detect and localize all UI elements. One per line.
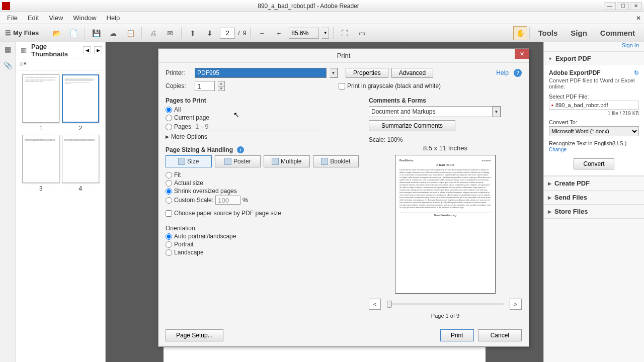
copies-input[interactable] [195,81,215,91]
actual-label: Actual size [174,179,203,187]
send-files-label: Send Files [554,194,587,201]
close-window-button[interactable]: ✕ [630,2,642,10]
close-doc-button[interactable]: ✕ [636,15,641,22]
grayscale-label: Print in grayscale (black and white) [347,82,441,89]
thumbnail-options-icon[interactable]: ≣▾ [19,60,29,68]
pages-range-input[interactable] [193,122,319,131]
sign-panel-button[interactable]: Sign [565,27,593,39]
export-pdf-accordion[interactable]: ▼Export PDF [544,51,644,65]
preview-slider[interactable] [387,303,504,305]
printer-select[interactable]: PDF995 [195,68,327,78]
convert-format-select[interactable]: Microsoft Word (*.docx) [549,126,639,136]
properties-button[interactable]: Properties [346,68,388,78]
print-button[interactable]: Print [440,329,474,341]
slider-thumb[interactable] [387,301,392,308]
spin-down-icon[interactable]: ▼ [218,86,224,91]
grayscale-checkbox[interactable]: Print in grayscale (black and white) [339,82,441,89]
thumbnail-1[interactable]: Lorem ipsum dolor sit amet consectetur a… [22,74,59,132]
size-button[interactable]: Size [166,155,212,167]
minimize-button[interactable]: — [604,2,616,10]
poster-button[interactable]: Poster [215,155,261,167]
page-down-icon[interactable]: ⬇ [203,26,217,40]
paper-source-checkbox[interactable]: Choose paper source by PDF page size [166,210,359,217]
hand-tool-icon[interactable]: ✋ [513,26,527,40]
zoom-value[interactable]: 85.6% [289,28,319,39]
dialog-close-button[interactable]: ✕ [515,49,529,59]
more-options-label: More Options [171,133,207,140]
open-icon[interactable]: 📂 [49,26,63,40]
shrink-radio[interactable]: Shrink oversized pages [166,188,359,195]
save-as-icon[interactable]: 📋 [123,26,137,40]
comments-forms-select[interactable]: Document and Markups [369,106,493,117]
preview-next-button[interactable]: > [510,299,522,310]
auto-label: Auto portrait/landscape [174,233,236,240]
summarize-comments-button[interactable]: Summarize Comments [369,120,455,131]
my-files-button[interactable]: ☰ My Files [3,29,41,37]
convert-button[interactable]: Convert [574,158,614,169]
send-files-accordion[interactable]: ▶Send Files [544,190,644,204]
chevron-right-icon: ▶ [548,195,551,200]
fit-radio[interactable]: Fit [166,171,359,178]
zoom-dropdown-icon[interactable]: ▼ [322,28,329,39]
menu-help[interactable]: Help [102,13,125,23]
all-pages-radio[interactable]: All [166,106,359,113]
maximize-button[interactable]: ☐ [617,2,629,10]
printer-dropdown-icon[interactable]: ▼ [330,68,338,78]
selected-file[interactable]: ▪890_a_bad_robot.pdf [549,101,639,110]
tools-panel-button[interactable]: Tools [532,27,564,39]
collapse-left-icon[interactable]: ◀ [83,46,91,54]
page-setup-button[interactable]: Page Setup... [166,329,223,341]
auto-orient-radio[interactable]: Auto portrait/landscape [166,233,359,240]
attachment-icon[interactable]: 📎 [3,60,13,70]
zoom-in-icon[interactable]: + [272,26,286,40]
cf-dropdown-icon[interactable]: ▼ [493,106,501,117]
spin-up-icon[interactable]: ▲ [218,81,224,86]
portrait-radio[interactable]: Portrait [166,241,359,248]
change-link[interactable]: Change [549,147,567,152]
more-options-toggle[interactable]: ▶More Options [166,133,359,140]
multiple-button[interactable]: Multiple [264,155,310,167]
thumbnails-icon[interactable]: ▤ [3,44,13,54]
fit-window-icon[interactable]: ⛶ [338,26,352,40]
cloud-icon[interactable]: ☁ [106,26,120,40]
booklet-button[interactable]: Booklet [313,155,359,167]
collapse-right-icon[interactable]: ▶ [94,46,102,54]
custom-scale-input[interactable] [215,196,240,205]
cancel-button[interactable]: Cancel [478,329,522,341]
thumbnail-3[interactable]: Lorem ipsum dolor sit amet consectetur a… [22,135,59,192]
info-icon[interactable]: i [237,146,244,153]
actual-size-radio[interactable]: Actual size [166,179,359,187]
landscape-radio[interactable]: Landscape [166,249,359,256]
help-link[interactable]: Help [496,69,509,76]
print-icon[interactable]: 🖨 [146,26,160,40]
sign-in-link[interactable]: Sign In [622,42,639,48]
save-icon[interactable]: 💾 [89,26,103,40]
pdf-file-icon: ▪ [551,102,553,108]
preview-prev-button[interactable]: < [369,299,381,310]
store-files-accordion[interactable]: ▶Store Files [544,204,644,219]
current-page-radio[interactable]: Current page [166,114,359,121]
help-icon[interactable]: ? [514,69,522,77]
advanced-button[interactable]: Advanced [391,68,433,78]
page-up-icon[interactable]: ⬆ [186,26,200,40]
read-mode-icon[interactable]: ▭ [355,26,369,40]
thumbnails-list[interactable]: Lorem ipsum dolor sit amet consectetur a… [16,70,105,362]
comment-panel-button[interactable]: Comment [594,27,641,39]
thumbnail-2[interactable]: Lorem ipsum dolor sit amet consectetur a… [62,74,99,132]
menu-view[interactable]: View [44,13,68,23]
thumbnail-4[interactable]: Lorem ipsum dolor sit amet consectetur a… [62,135,99,192]
export-pdf-body: Adobe ExportPDF↻ Convert PDF files to Wo… [544,65,644,176]
refresh-icon[interactable]: ↻ [634,69,639,76]
menu-window[interactable]: Window [68,13,101,23]
create-pdf-accordion[interactable]: ▶Create PDF [544,176,644,190]
custom-scale-radio[interactable]: Custom Scale:% [166,196,359,205]
pages-range-radio[interactable]: Pages [166,122,359,131]
page-number-input[interactable] [220,28,235,39]
create-pdf-icon[interactable]: 📄 [66,26,80,40]
zoom-out-icon[interactable]: − [255,26,269,40]
email-icon[interactable]: ✉ [163,26,177,40]
right-panel: ▼Export PDF Adobe ExportPDF↻ Convert PDF… [543,42,644,362]
copies-spinner[interactable]: ▲▼ [218,81,225,91]
menu-edit[interactable]: Edit [23,13,44,23]
menu-file[interactable]: File [2,13,23,23]
